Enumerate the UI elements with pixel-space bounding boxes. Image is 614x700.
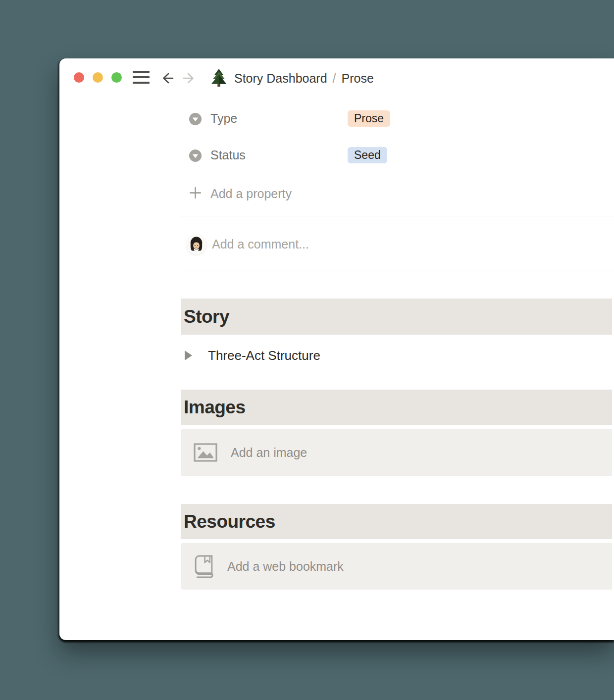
add-property-button[interactable]: Add a property xyxy=(210,186,292,201)
back-button[interactable] xyxy=(160,71,175,86)
property-value-chip-type[interactable]: Prose xyxy=(348,110,390,127)
breadcrumb-root-link[interactable]: Story Dashboard xyxy=(234,71,327,86)
image-icon xyxy=(194,443,217,462)
add-web-bookmark-button[interactable]: Add a web bookmark xyxy=(181,543,612,590)
forward-button[interactable] xyxy=(182,71,197,86)
image-placeholder-label: Add an image xyxy=(231,446,307,460)
section-heading-resources: Resources xyxy=(184,511,275,532)
chevron-circle-icon[interactable] xyxy=(189,112,202,126)
back-arrow-icon xyxy=(160,71,175,86)
section-images-heading-band: Images xyxy=(181,390,612,425)
user-avatar xyxy=(186,234,206,254)
divider xyxy=(181,270,614,270)
section-story-heading-band: Story xyxy=(181,299,612,335)
bookmark-placeholder-label: Add a web bookmark xyxy=(227,559,344,574)
zoom-button[interactable] xyxy=(111,72,122,83)
breadcrumb: Story Dashboard / Prose xyxy=(234,71,374,85)
section-heading-story: Story xyxy=(184,306,229,327)
property-value-chip-status[interactable]: Seed xyxy=(348,147,387,163)
breadcrumb-current: Prose xyxy=(342,71,374,86)
section-resources-heading-band: Resources xyxy=(181,504,612,539)
traffic-lights xyxy=(74,72,122,83)
plus-icon[interactable] xyxy=(189,186,202,200)
property-label-status[interactable]: Status xyxy=(210,147,246,163)
sidebar-toggle-button[interactable] xyxy=(133,71,150,84)
add-image-button[interactable]: Add an image xyxy=(181,429,612,476)
toggle-row-three-act[interactable]: Three-Act Structure xyxy=(181,345,320,366)
chevron-circle-icon[interactable] xyxy=(189,149,202,162)
minimize-button[interactable] xyxy=(93,72,103,83)
section-heading-images: Images xyxy=(184,397,246,418)
app-window: Story Dashboard / Prose Type Prose Statu… xyxy=(59,58,614,640)
property-label-type[interactable]: Type xyxy=(210,110,237,127)
toggle-label[interactable]: Three-Act Structure xyxy=(208,348,320,363)
page-background: { "colors": { "page_background": "#4d676… xyxy=(0,0,614,700)
breadcrumb-separator: / xyxy=(333,71,336,86)
triangle-right-icon[interactable] xyxy=(185,350,192,360)
hamburger-icon xyxy=(133,71,150,73)
forward-arrow-icon xyxy=(182,71,197,86)
comment-input[interactable]: Add a comment... xyxy=(212,236,309,252)
divider xyxy=(181,216,614,216)
close-button[interactable] xyxy=(74,72,84,83)
pine-tree-icon[interactable] xyxy=(210,68,228,87)
book-bookmark-icon xyxy=(194,555,214,578)
